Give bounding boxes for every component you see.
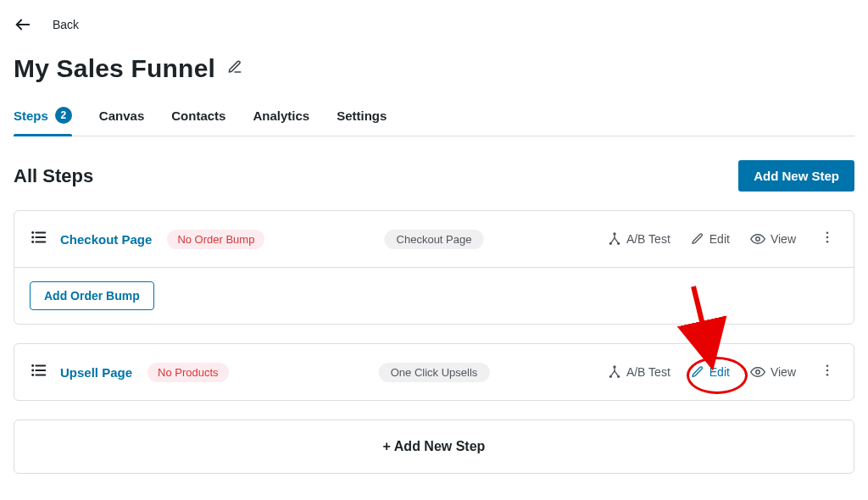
edit-button[interactable]: Edit xyxy=(691,365,730,379)
svg-point-7 xyxy=(614,233,615,235)
svg-point-22 xyxy=(618,375,620,377)
back-arrow-icon[interactable] xyxy=(14,15,32,34)
section-title: All Steps xyxy=(14,165,93,187)
more-menu-icon[interactable] xyxy=(816,226,838,252)
step-row: Upsell Page No Products One Click Upsell… xyxy=(14,344,854,400)
svg-point-8 xyxy=(609,242,611,244)
svg-point-10 xyxy=(756,237,760,242)
ab-test-label: A/B Test xyxy=(626,365,670,379)
back-row: Back xyxy=(14,15,854,34)
tab-contacts[interactable]: Contacts xyxy=(171,107,225,136)
page-title: My Sales Funnel xyxy=(14,54,215,83)
view-label: View xyxy=(771,232,796,246)
svg-point-9 xyxy=(618,242,620,244)
add-new-step-button[interactable]: Add New Step xyxy=(738,160,854,192)
step-actions: A/B Test Edit View xyxy=(608,226,838,252)
tab-canvas[interactable]: Canvas xyxy=(99,107,144,136)
step-actions: A/B Test Edit View xyxy=(608,359,838,385)
add-order-bump-button[interactable]: Add Order Bump xyxy=(30,281,154,310)
tab-label: Steps xyxy=(14,108,48,123)
svg-point-26 xyxy=(826,374,829,376)
tab-analytics[interactable]: Analytics xyxy=(253,107,309,136)
edit-label: Edit xyxy=(709,232,730,246)
svg-point-3 xyxy=(31,236,34,239)
svg-point-11 xyxy=(826,231,829,234)
more-menu-icon[interactable] xyxy=(816,359,838,385)
view-button[interactable]: View xyxy=(750,364,796,380)
tab-settings[interactable]: Settings xyxy=(337,107,387,136)
tabs: Steps 2 Canvas Contacts Analytics Settin… xyxy=(14,107,854,136)
back-label[interactable]: Back xyxy=(53,18,79,31)
drag-handle-icon[interactable] xyxy=(30,228,48,250)
step-card-upsell: Upsell Page No Products One Click Upsell… xyxy=(14,343,854,401)
type-pill: One Click Upsells xyxy=(379,363,490,382)
svg-point-20 xyxy=(614,366,615,368)
svg-point-25 xyxy=(826,369,829,372)
tab-steps-count: 2 xyxy=(55,107,72,124)
svg-point-14 xyxy=(31,364,34,367)
ab-test-label: A/B Test xyxy=(626,232,670,246)
drag-handle-icon[interactable] xyxy=(30,361,48,383)
title-row: My Sales Funnel xyxy=(14,54,854,83)
svg-point-12 xyxy=(826,236,829,239)
svg-point-1 xyxy=(31,231,34,234)
step-sub-row: Add Order Bump xyxy=(14,268,854,324)
status-pill: No Order Bump xyxy=(167,230,264,249)
edit-button[interactable]: Edit xyxy=(691,232,730,246)
ab-test-button[interactable]: A/B Test xyxy=(608,365,670,379)
svg-point-5 xyxy=(31,241,34,243)
view-label: View xyxy=(771,365,796,379)
svg-point-18 xyxy=(31,374,34,376)
svg-point-13 xyxy=(826,241,829,243)
step-card-checkout: Checkout Page No Order Bump Checkout Pag… xyxy=(14,210,854,325)
steps-list: Checkout Page No Order Bump Checkout Pag… xyxy=(14,210,854,474)
add-new-step-bar[interactable]: + Add New Step xyxy=(14,419,854,474)
tab-steps[interactable]: Steps 2 xyxy=(14,107,72,136)
svg-point-24 xyxy=(826,364,829,367)
svg-point-21 xyxy=(609,375,611,377)
view-button[interactable]: View xyxy=(750,231,796,247)
step-name-link[interactable]: Checkout Page xyxy=(60,232,152,247)
type-pill: Checkout Page xyxy=(385,230,484,249)
step-name-link[interactable]: Upsell Page xyxy=(60,365,132,380)
svg-point-23 xyxy=(756,370,760,375)
status-pill: No Products xyxy=(147,363,229,382)
ab-test-button[interactable]: A/B Test xyxy=(608,232,670,246)
svg-point-16 xyxy=(31,369,34,372)
section-header: All Steps Add New Step xyxy=(14,160,854,192)
step-row: Checkout Page No Order Bump Checkout Pag… xyxy=(14,211,854,268)
edit-label: Edit xyxy=(709,365,730,379)
edit-title-icon[interactable] xyxy=(227,59,242,78)
